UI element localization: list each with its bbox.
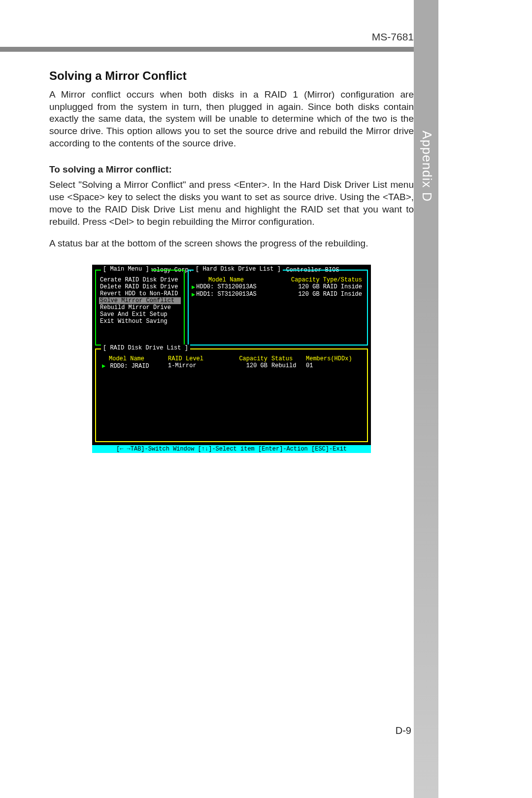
raid-col-capacity: Capacity xyxy=(217,355,271,362)
raid-members: 01 xyxy=(306,362,364,370)
hdd-header: Model Name Capacity Type/Status xyxy=(192,277,364,283)
raid-col-level: RAID Level xyxy=(168,355,217,362)
hdd-model: HDD0: ST3120013AS xyxy=(196,283,265,291)
side-tab xyxy=(414,0,438,798)
section-title: Solving a Mirror Conflict xyxy=(49,69,414,83)
header-divider xyxy=(0,47,414,52)
raid-level: 1-Mirror xyxy=(168,362,217,370)
arrow-icon: ▶ xyxy=(192,283,196,291)
bios-screenshot: JMicron Technology Corp. PCIE-to-SATAII/… xyxy=(92,265,371,453)
raid-row[interactable]: ▶ RDD0: JRAID1-Mirror120 GBRebuild01 xyxy=(99,362,364,370)
page-number: D-9 xyxy=(396,725,411,736)
sub-heading: To solving a Mirror conflict: xyxy=(49,164,414,175)
menu-item[interactable]: Exit Without Saving xyxy=(99,318,181,325)
raid-capacity: 120 GB xyxy=(217,362,271,370)
raid-status: Rebuild xyxy=(271,362,306,370)
raid-col-status: Status xyxy=(271,355,306,362)
raid-list-legend: [ RAID Disk Drive List ] xyxy=(101,345,190,351)
appendix-label: Appendix D xyxy=(419,131,434,202)
main-menu-legend: [ Main Menu ] xyxy=(101,266,151,273)
hdd-col-model: Model Name xyxy=(192,277,261,283)
hdd-row[interactable]: ▶HDD1: ST3120013AS120 GB RAID Inside xyxy=(192,291,364,298)
paragraph-3: A status bar at the bottom of the screen… xyxy=(49,238,414,250)
arrow-icon: ▶ xyxy=(192,291,196,298)
paragraph-1: A Mirror conflict occurs when both disks… xyxy=(49,89,414,149)
raid-model: ▶ RDD0: JRAID xyxy=(99,362,168,370)
paragraph-2: Select "Solving a Mirror Conflict" and p… xyxy=(49,179,414,228)
menu-item[interactable]: Rebuild Mirror Drive xyxy=(99,304,181,311)
menu-item[interactable]: Solve Mirror Conflict xyxy=(99,297,181,304)
hdd-list-panel: [ Hard Disk Drive List ] Model Name Capa… xyxy=(188,270,368,346)
hdd-list-legend: [ Hard Disk Drive List ] xyxy=(194,266,283,273)
hdd-row[interactable]: ▶HDD0: ST3120013AS120 GB RAID Inside xyxy=(192,283,364,291)
bios-footer: [← →TAB]-Switch Window [↑↓]-Select item … xyxy=(92,445,371,453)
menu-item[interactable]: Revert HDD to Non-RAID xyxy=(99,290,181,297)
menu-item[interactable]: Delete RAID Disk Drive xyxy=(99,283,181,290)
main-content: Solving a Mirror Conflict A Mirror confl… xyxy=(49,69,414,453)
hdd-model: HDD1: ST3120013AS xyxy=(196,291,265,298)
menu-item[interactable]: Cerate RAID Disk Drive xyxy=(99,277,181,283)
doc-code: MS-7681 xyxy=(372,31,414,43)
hdd-capacity: 120 GB RAID Inside xyxy=(265,283,364,291)
menu-item[interactable]: Save And Exit Setup xyxy=(99,311,181,318)
raid-list-panel: [ RAID Disk Drive List ] Model Name RAID… xyxy=(95,348,368,442)
raid-col-members: Members(HDDx) xyxy=(306,355,364,362)
hdd-capacity: 120 GB RAID Inside xyxy=(265,291,364,298)
raid-col-model: Model Name xyxy=(99,355,168,362)
arrow-icon: ▶ xyxy=(102,363,106,370)
hdd-col-cap: Capacity Type/Status xyxy=(261,277,364,283)
main-menu-panel: [ Main Menu ] Cerate RAID Disk DriveDele… xyxy=(95,270,185,346)
raid-header: Model Name RAID Level Capacity Status Me… xyxy=(99,355,364,362)
